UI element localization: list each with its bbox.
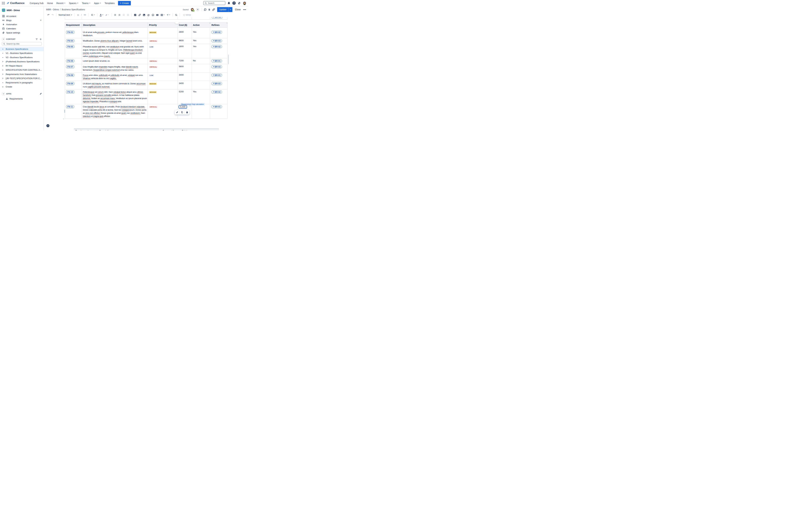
topnav-item-templates[interactable]: Templates	[104, 2, 115, 4]
cost-cell[interactable]: 5600	[178, 64, 192, 72]
help-icon[interactable]: ?	[232, 1, 236, 5]
create-button[interactable]: +Create	[118, 1, 131, 5]
confluence-logo[interactable]: Confluence	[7, 2, 24, 5]
breadcrumb-page-link[interactable]: Business Specifications	[62, 8, 85, 11]
bold-button[interactable]: B	[77, 13, 79, 17]
requirement-link[interactable]: FN-07	[66, 65, 74, 68]
link-button[interactable]	[138, 14, 141, 17]
table-scrollbar-thumb[interactable]	[228, 55, 229, 64]
description-cell[interactable]: Fusce enim dolor, sollicitudin et sollic…	[82, 73, 148, 81]
requirement-link[interactable]: FN-10	[66, 91, 74, 93]
redo-button[interactable]: ↷	[51, 13, 54, 17]
refines-link[interactable]: BR-02	[211, 31, 222, 34]
more-formatting-button[interactable]: •••	[83, 14, 86, 16]
add-collaborator-button[interactable]: +	[196, 7, 199, 12]
collapse-apps-button[interactable]	[2, 92, 5, 95]
topnav-item-teams[interactable]: Teams	[82, 2, 91, 4]
content-tree-item[interactable]: RY Report Macro	[0, 64, 44, 68]
requirement-link[interactable]: FN-11	[66, 105, 74, 108]
mention-button[interactable]: @	[147, 13, 150, 17]
yogi-calculation-macro[interactable]: 5,000	[178, 105, 187, 109]
image-button[interactable]	[142, 14, 146, 17]
active-cell[interactable]	[192, 81, 210, 89]
chevron-right-icon[interactable]	[2, 65, 6, 67]
edit-apps-pencil-icon[interactable]	[40, 93, 42, 95]
find-replace-button[interactable]	[175, 14, 178, 17]
content-tree-item[interactable]: +Create	[0, 85, 44, 89]
editor-canvas[interactable]: BR-00 RequirementDescriptionPriorityCost…	[44, 17, 248, 130]
requirement-link[interactable]: FN-04	[66, 39, 74, 42]
cost-cell[interactable]: 2800	[178, 30, 192, 38]
undo-button[interactable]: ↶	[47, 13, 50, 17]
topnav-item-spaces[interactable]: Spaces	[69, 2, 78, 4]
sidebar-item-blogs[interactable]: Blogs+	[0, 18, 44, 22]
chevron-right-icon[interactable]	[2, 61, 6, 62]
highlight-button[interactable]	[105, 14, 110, 16]
inline-comment-icon[interactable]	[204, 8, 207, 11]
content-tree-item[interactable]: (Published) Business Specifications	[0, 60, 44, 64]
content-tree-item[interactable]: Requirements from Stakeholders	[0, 72, 44, 76]
collapse-content-button[interactable]	[2, 38, 5, 41]
refines-link[interactable]: BR-03	[211, 39, 222, 42]
bullet-list-button[interactable]	[114, 14, 117, 16]
description-cell[interactable]: Cras blandit iaculis lacus at convallis.…	[82, 104, 148, 119]
add-blog-icon[interactable]: +	[40, 19, 41, 22]
table-button[interactable]	[160, 14, 165, 17]
content-tree-item[interactable]: •Requirements in paragraphs	[0, 80, 44, 85]
user-avatar[interactable]	[243, 1, 247, 5]
copy-macro-icon[interactable]	[181, 111, 183, 113]
chevron-right-icon[interactable]	[2, 77, 6, 79]
alignment-button[interactable]	[91, 14, 96, 16]
space-header[interactable]: MBR - Démo	[0, 8, 44, 12]
description-cell[interactable]: Phasellus auctor velit felis, non vestib…	[82, 44, 148, 58]
refines-link[interactable]: BR-01	[211, 74, 222, 77]
italic-button[interactable]: I	[80, 13, 82, 17]
cost-cell[interactable]: 3400	[178, 73, 192, 81]
numbered-list-button[interactable]	[118, 14, 121, 16]
requirement-link[interactable]: FN-05	[66, 45, 74, 48]
emoji-button[interactable]	[151, 14, 155, 17]
indent-button[interactable]	[127, 14, 130, 16]
topnav-item-apps[interactable]: Apps	[94, 2, 101, 4]
content-tree-item[interactable]: [JR-TEST] SPECIFICATION FOR CONTROL A...	[0, 76, 44, 81]
insert-button[interactable]: +	[166, 13, 171, 17]
layout-button[interactable]	[156, 14, 159, 17]
active-cell[interactable]	[192, 104, 210, 119]
search-input[interactable]: Search	[203, 1, 226, 5]
refines-link[interactable]: BR-03	[211, 82, 222, 85]
chevron-right-icon[interactable]	[2, 69, 6, 71]
more-actions-button[interactable]: •••	[243, 8, 246, 11]
column-drag-dot[interactable]	[210, 23, 210, 23]
cost-cell[interactable]: 5200	[178, 89, 192, 104]
description-cell[interactable]: Pellentesque vel rutrum nibh. Nam volutp…	[82, 89, 148, 104]
cost-cell[interactable]: 1600	[178, 44, 192, 58]
content-tree-item[interactable]: •V1 - Business Specifications	[0, 51, 44, 55]
ai-write-button[interactable]: Write	[182, 13, 191, 17]
column-drag-dot[interactable]	[227, 23, 228, 23]
description-cell[interactable]: Ut dictum nisl mauris, ac maximus lorem …	[82, 81, 148, 89]
refines-link[interactable]: BR-02	[211, 45, 222, 48]
filter-icon[interactable]	[36, 38, 38, 40]
task-list-button[interactable]	[134, 14, 137, 17]
outdent-button[interactable]	[122, 14, 125, 16]
update-button[interactable]: Update	[217, 7, 232, 12]
requirement-link[interactable]: FN-06	[66, 59, 74, 62]
cost-cell[interactable]: 9600	[178, 38, 192, 44]
text-color-button[interactable]: A	[99, 13, 104, 17]
apps-item-requirements[interactable]: Requirements	[0, 97, 44, 101]
cost-cell[interactable]: 3400	[178, 81, 192, 89]
refines-link[interactable]: BR-01	[211, 59, 222, 62]
content-tree-item[interactable]: •V2 - Business Specifications	[0, 55, 44, 60]
topnav-item-recent[interactable]: Recent	[56, 2, 65, 4]
edit-macro-pencil-icon[interactable]	[176, 111, 178, 113]
active-cell[interactable]: Yes	[192, 89, 210, 104]
update-dropdown-chevron[interactable]	[229, 7, 232, 12]
content-tree-item[interactable]: •Business Specifications	[0, 47, 44, 51]
sidebar-item-space-settings[interactable]: Space settings	[0, 31, 44, 35]
active-cell[interactable]	[192, 73, 210, 81]
refines-link[interactable]: BR-03	[211, 65, 222, 68]
sidebar-item-all-content[interactable]: All content	[0, 14, 44, 18]
clipped-refines-link[interactable]: BR-00	[212, 17, 222, 19]
copy-link-icon[interactable]	[212, 8, 215, 11]
refines-link[interactable]: BR-01	[211, 105, 222, 108]
